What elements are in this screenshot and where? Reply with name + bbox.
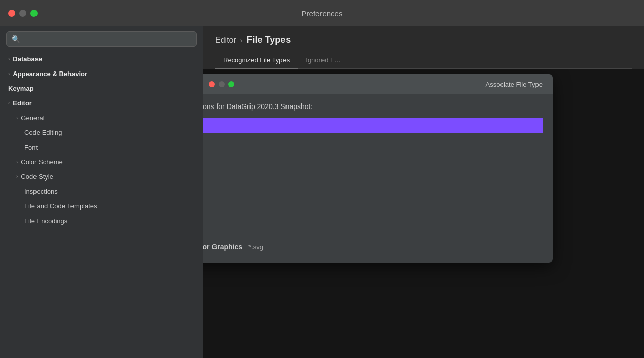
sidebar-item-label: Appearance & Behavior [13,70,87,78]
list-item[interactable]: *.pkb [203,178,543,194]
ft-ext: *.svg [248,243,263,251]
modal-title: Associate File Type [203,81,547,88]
sidebar-item-editor[interactable]: › Editor [0,96,203,111]
tab-ignored[interactable]: Ignored F… [298,52,349,68]
breadcrumb-separator: › [240,36,243,44]
main-content: 🔍 › Database › Appearance & Behavior Key… [0,26,644,358]
sidebar-item-code-style[interactable]: › Code Style [0,169,203,184]
tab-recognized[interactable]: Recognized File Types [215,52,298,69]
modal-traffic-lights [209,81,234,87]
right-panel: Editor › File Types Recognized File Type… [203,26,644,358]
list-item[interactable]: SQL [203,118,543,133]
modal-maximize-button[interactable] [228,81,234,87]
sidebar-item-label: Code Editing [24,129,62,136]
modal-dialog: Associate File Type Create new associati… [203,74,553,263]
maximize-button[interactable] [30,10,38,17]
sidebar-item-keymap[interactable]: Keymap [0,81,203,96]
sidebar-item-color-scheme[interactable]: › Color Scheme [0,155,203,169]
list-item[interactable]: *.tps [203,224,543,239]
file-type-list: SQL *.sql *.cql [203,118,543,255]
modal-description: Create new associations for DataGrip 202… [203,102,543,111]
list-item[interactable]: *.pks [203,194,543,209]
breadcrumb: Editor › File Types [215,34,632,45]
sidebar: 🔍 › Database › Appearance & Behavior Key… [0,26,203,358]
modal-minimize-button[interactable] [219,81,225,87]
close-button[interactable] [8,10,15,17]
sidebar-item-database[interactable]: › Database [0,52,203,66]
right-content: Associate File Type Create new associati… [203,69,644,358]
sidebar-item-font[interactable]: Font [0,140,203,155]
nav-list: › Database › Appearance & Behavior Keyma… [0,52,203,358]
chevron-right-icon: › [8,56,10,62]
sidebar-item-file-encodings[interactable]: File Encodings [0,213,203,228]
tabs-bar: Recognized File Types Ignored F… [215,52,632,69]
chevron-right-icon: › [8,71,10,77]
list-item[interactable]: *.ddl [203,163,543,178]
chevron-right-icon: › [16,115,18,121]
minimize-button[interactable] [19,10,26,17]
sidebar-item-label: Color Scheme [21,158,62,166]
sidebar-item-label: Database [13,55,42,63]
modal-close-button[interactable] [209,81,215,87]
sidebar-item-file-code-templates[interactable]: File and Code Templates [0,199,203,213]
sidebar-item-label: File Encodings [24,217,67,225]
app-title: Preferences [302,9,343,18]
sidebar-item-label: Code Style [21,173,53,181]
chevron-right-icon: › [16,174,18,180]
sidebar-item-label: Font [24,144,38,151]
sidebar-item-label: File and Code Templates [24,202,97,210]
chevron-down-icon: › [6,102,12,104]
right-header: Editor › File Types Recognized File Type… [203,26,644,69]
sidebar-item-code-editing[interactable]: Code Editing [0,125,203,140]
modal-body: Create new associations for DataGrip 202… [203,94,553,263]
search-input[interactable] [23,35,191,43]
list-item[interactable]: *.cql [203,148,543,163]
sidebar-item-label: Keymap [8,85,34,92]
sidebar-item-label: Inspections [24,188,58,195]
modal-overlay: Associate File Type Create new associati… [203,69,644,358]
list-item[interactable]: *.sql [203,133,543,148]
sidebar-item-label: General [21,114,44,122]
breadcrumb-current: File Types [246,34,291,45]
list-item[interactable]: *.tpb [203,209,543,224]
sidebar-item-inspections[interactable]: Inspections [0,184,203,199]
chevron-right-icon: › [16,159,18,165]
modal-titlebar: Associate File Type [203,74,553,94]
sidebar-item-appearance[interactable]: › Appearance & Behavior [0,66,203,81]
list-item[interactable]: Scalable Vector Graphics *.svg [203,239,543,255]
search-icon: 🔍 [12,35,20,43]
traffic-lights-group [8,10,38,17]
sidebar-item-general[interactable]: › General [0,111,203,125]
sidebar-item-label: Editor [13,99,32,107]
titlebar: Preferences [0,0,644,26]
search-bar[interactable]: 🔍 [6,31,197,47]
ft-label: Scalable Vector Graphics [203,243,242,251]
breadcrumb-parent: Editor [215,35,236,45]
